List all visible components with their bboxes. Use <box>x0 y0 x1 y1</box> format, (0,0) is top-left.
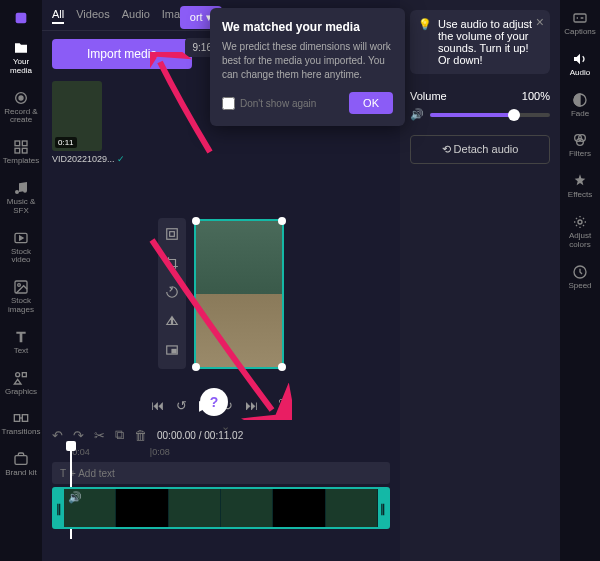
logo[interactable] <box>11 4 31 32</box>
dont-show-checkbox[interactable]: Don't show again <box>222 97 316 110</box>
tab-videos[interactable]: Videos <box>76 6 109 24</box>
popup-body: We predict these dimensions will work be… <box>222 40 393 82</box>
nav-fade[interactable]: Fade <box>569 86 591 125</box>
step-back-icon[interactable]: ↺ <box>176 397 187 413</box>
video-preview[interactable] <box>194 219 284 369</box>
slider-thumb[interactable] <box>508 109 520 121</box>
volume-value: 100% <box>522 90 550 102</box>
clip-handle-left[interactable]: ‖ <box>54 489 64 527</box>
media-thumbnail[interactable]: 0:11 VID20221029...✓ <box>52 81 102 164</box>
audio-tip: 💡 Use audio to adjust the volume of your… <box>410 10 550 74</box>
volume-slider[interactable] <box>430 113 550 117</box>
resize-handle-br[interactable] <box>278 363 286 371</box>
svg-rect-3 <box>15 141 20 146</box>
svg-rect-5 <box>15 149 20 154</box>
canvas-area <box>42 198 400 389</box>
dont-show-input[interactable] <box>222 97 235 110</box>
add-text-label: + Add text <box>70 468 115 479</box>
help-button[interactable]: ? <box>200 388 228 416</box>
svg-rect-16 <box>15 456 27 465</box>
svg-rect-6 <box>22 149 27 154</box>
nav-music[interactable]: Music & SFX <box>0 174 42 222</box>
nav-brand-kit[interactable]: Brand kit <box>3 445 39 484</box>
svg-rect-21 <box>172 349 176 353</box>
nav-text[interactable]: Text <box>11 323 31 362</box>
rotate-tool-icon[interactable] <box>162 282 182 305</box>
nav-filters[interactable]: Filters <box>567 126 593 165</box>
tip-text: Use audio to adjust the volume of your s… <box>438 18 542 66</box>
speaker-icon[interactable]: 🔊 <box>410 108 424 121</box>
nav-transitions[interactable]: Transitions <box>0 404 42 443</box>
svg-rect-15 <box>22 415 27 422</box>
text-track-icon: T <box>60 468 66 479</box>
tab-audio[interactable]: Audio <box>122 6 150 24</box>
svg-point-11 <box>18 284 21 287</box>
svg-point-27 <box>578 220 582 224</box>
detach-icon: ⟲ <box>442 143 451 155</box>
clip-audio-icon: 🔊 <box>68 491 82 504</box>
svg-point-8 <box>23 189 27 193</box>
nav-graphics[interactable]: Graphics <box>3 364 39 403</box>
popup-title: We matched your media <box>222 20 393 34</box>
time-display: 00:00.00 / 00:11.02 <box>157 430 243 441</box>
right-sidebar: Captions Audio Fade Filters Effects Adju… <box>560 0 600 561</box>
import-media-button[interactable]: Import media <box>52 39 192 69</box>
svg-rect-13 <box>22 372 26 376</box>
nav-your-media[interactable]: Your media <box>0 34 42 82</box>
video-clip[interactable]: ‖ 🔊 ‖ <box>52 487 390 529</box>
nav-stock-video[interactable]: Stock video <box>0 224 42 272</box>
nav-adjust-colors[interactable]: Adjust colors <box>560 208 600 256</box>
svg-point-7 <box>15 190 19 194</box>
skip-end-icon[interactable]: ⏭ <box>245 397 258 413</box>
text-track[interactable]: T + Add text <box>52 462 390 484</box>
flip-h-tool-icon[interactable] <box>162 311 182 334</box>
nav-speed[interactable]: Speed <box>566 258 593 297</box>
close-tip-icon[interactable]: × <box>536 14 544 30</box>
timeline-ruler[interactable]: |0:04 |0:08 <box>52 443 390 459</box>
svg-rect-18 <box>167 229 178 240</box>
nav-captions[interactable]: Captions <box>562 4 598 43</box>
svg-rect-0 <box>16 13 27 24</box>
lightbulb-icon: 💡 <box>418 18 432 31</box>
svg-point-12 <box>16 372 20 376</box>
nav-record[interactable]: Record & create <box>0 84 42 132</box>
svg-point-2 <box>19 96 23 100</box>
thumbnail-image: 0:11 <box>52 81 102 151</box>
split-icon[interactable]: ✂ <box>94 428 105 443</box>
nav-templates[interactable]: Templates <box>1 133 41 172</box>
svg-point-26 <box>577 139 584 146</box>
properties-panel: 💡 Use audio to adjust the volume of your… <box>400 0 560 561</box>
nav-effects[interactable]: Effects <box>566 167 594 206</box>
thumbnail-name: VID20221029...✓ <box>52 154 102 164</box>
tab-all[interactable]: All <box>52 6 64 24</box>
ruler-tick: |0:08 <box>150 447 170 457</box>
pip-tool-icon[interactable] <box>162 340 182 363</box>
thumbnail-duration: 0:11 <box>55 137 77 148</box>
svg-rect-19 <box>170 232 175 237</box>
dimensions-popup: We matched your media We predict these d… <box>210 8 405 126</box>
crop-tool-icon[interactable] <box>162 253 182 276</box>
undo-icon[interactable]: ↶ <box>52 428 63 443</box>
fit-tool-icon[interactable] <box>162 224 182 247</box>
resize-handle-tl[interactable] <box>192 217 200 225</box>
canvas-tools <box>158 218 186 369</box>
svg-rect-4 <box>22 141 27 146</box>
copy-icon[interactable]: ⧉ <box>115 427 124 443</box>
timeline-area: ↶ ↷ ✂ ⧉ 🗑 00:00.00 / 00:11.02 |0:04 |0:0… <box>42 421 400 535</box>
skip-start-icon[interactable]: ⏮ <box>151 397 164 413</box>
panel-grip-icon[interactable]: ⌄ <box>221 420 230 433</box>
delete-icon[interactable]: 🗑 <box>134 428 147 443</box>
fullscreen-icon[interactable]: ⛶ <box>278 397 291 413</box>
nav-audio[interactable]: Audio <box>568 45 592 84</box>
clip-handle-right[interactable]: ‖ <box>378 489 388 527</box>
nav-stock-images[interactable]: Stock images <box>0 273 42 321</box>
clip-frames: 🔊 <box>64 489 378 527</box>
detach-audio-button[interactable]: ⟲ Detach audio <box>410 135 550 164</box>
popup-ok-button[interactable]: OK <box>349 92 393 114</box>
main-area: All Videos Audio Imag Import media 0:11 … <box>42 0 400 561</box>
resize-handle-tr[interactable] <box>278 217 286 225</box>
left-sidebar: Your media Record & create Templates Mus… <box>0 0 42 561</box>
svg-rect-14 <box>14 415 19 422</box>
svg-rect-22 <box>574 14 586 22</box>
resize-handle-bl[interactable] <box>192 363 200 371</box>
